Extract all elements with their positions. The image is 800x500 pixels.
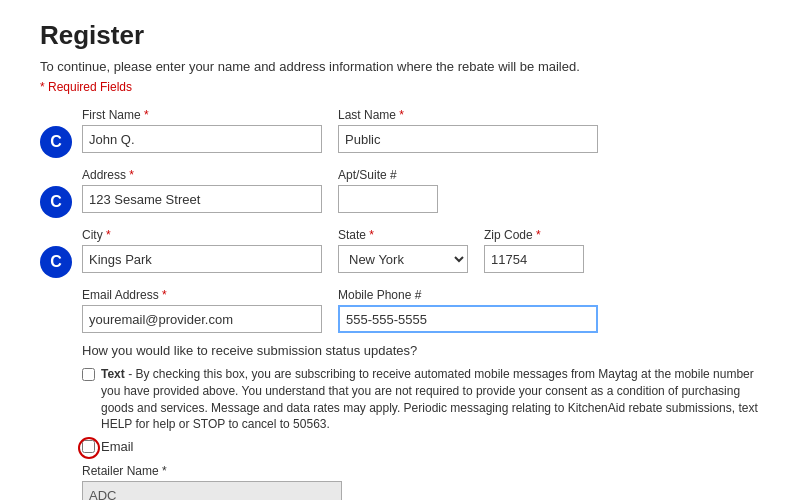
- retailer-section: Retailer Name *: [82, 464, 760, 500]
- step-icon-2: C: [40, 186, 72, 218]
- email-checkbox[interactable]: [82, 440, 95, 453]
- name-fields: First Name * Last Name *: [82, 108, 760, 153]
- required-note: * Required Fields: [40, 80, 760, 94]
- address-input[interactable]: [82, 185, 322, 213]
- zip-input[interactable]: [484, 245, 584, 273]
- city-field: City *: [82, 228, 322, 273]
- text-checkbox-row: Text - By checking this box, you are sub…: [82, 366, 760, 433]
- city-state-zip-fields: City * State * AlabamaAlaskaArizonaArkan…: [82, 228, 760, 273]
- phone-field: Mobile Phone #: [338, 288, 598, 333]
- email-checkbox-label: Email: [101, 439, 134, 454]
- retailer-label: Retailer Name *: [82, 464, 760, 478]
- page-title: Register: [40, 20, 760, 51]
- address-row: C Address * Apt/Suite #: [40, 168, 760, 218]
- zip-field: Zip Code *: [484, 228, 584, 273]
- first-name-field: First Name *: [82, 108, 322, 153]
- address-field: Address *: [82, 168, 322, 213]
- step-icon-3: C: [40, 246, 72, 278]
- email-checkbox-wrapper: [82, 440, 95, 453]
- phone-input[interactable]: [338, 305, 598, 333]
- retailer-input: [82, 481, 342, 500]
- first-name-label: First Name *: [82, 108, 322, 122]
- name-row: C First Name * Last Name *: [40, 108, 760, 158]
- email-phone-row: Email Address * Mobile Phone #: [82, 288, 760, 333]
- city-state-zip-row: C City * State * AlabamaAlaskaArizonaArk…: [40, 228, 760, 278]
- state-label: State *: [338, 228, 468, 242]
- page-subtitle: To continue, please enter your name and …: [40, 59, 760, 74]
- email-phone-fields: Email Address * Mobile Phone #: [82, 288, 760, 333]
- state-field: State * AlabamaAlaskaArizonaArkansasCali…: [338, 228, 468, 273]
- last-name-field: Last Name *: [338, 108, 598, 153]
- text-checkbox[interactable]: [82, 368, 95, 381]
- email-checkbox-row: Email: [82, 439, 760, 454]
- last-name-input[interactable]: [338, 125, 598, 153]
- apt-field: Apt/Suite #: [338, 168, 438, 213]
- city-input[interactable]: [82, 245, 322, 273]
- phone-label: Mobile Phone #: [338, 288, 598, 302]
- text-checkbox-text: Text - By checking this box, you are sub…: [101, 366, 760, 433]
- submission-question: How you would like to receive submission…: [82, 343, 760, 358]
- apt-input[interactable]: [338, 185, 438, 213]
- last-name-label: Last Name *: [338, 108, 598, 122]
- email-input[interactable]: [82, 305, 322, 333]
- step-icon-1: C: [40, 126, 72, 158]
- address-fields: Address * Apt/Suite #: [82, 168, 760, 213]
- address-label: Address *: [82, 168, 322, 182]
- email-field: Email Address *: [82, 288, 322, 333]
- email-address-label: Email Address *: [82, 288, 322, 302]
- zip-label: Zip Code *: [484, 228, 584, 242]
- first-name-input[interactable]: [82, 125, 322, 153]
- city-label: City *: [82, 228, 322, 242]
- state-select[interactable]: AlabamaAlaskaArizonaArkansasCaliforniaCo…: [338, 245, 468, 273]
- apt-label: Apt/Suite #: [338, 168, 438, 182]
